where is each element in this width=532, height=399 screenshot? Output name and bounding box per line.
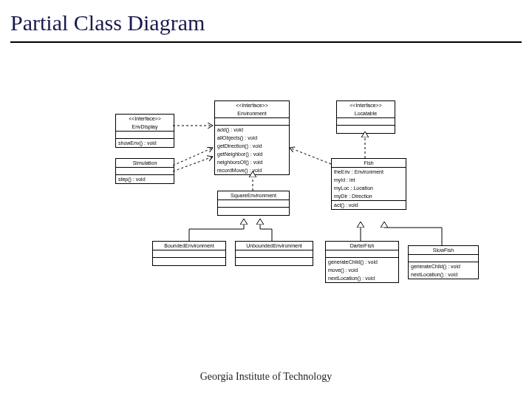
class-slow-fish: SlowFish generateChild() : void nextLoca… <box>408 245 479 279</box>
class-name: Environment <box>215 109 289 117</box>
attribute: myId : int <box>332 176 406 184</box>
operation: neighborsOf() : void <box>215 158 289 166</box>
operation: generateChild() : void <box>326 258 398 266</box>
operation: generateChild() : void <box>409 262 478 270</box>
class-environment: <<Interface>>Environment add() : void al… <box>214 100 290 175</box>
operation: move() : void <box>326 266 398 274</box>
class-name: SlowFish <box>409 246 478 254</box>
operation: recordMove() : void <box>215 166 289 174</box>
class-unbounded-environment: UnboundedEnvironment <box>235 241 313 266</box>
class-name: Simulation <box>116 159 174 167</box>
class-simulation: Simulation step() : void <box>115 158 174 184</box>
operation: allObjects() : void <box>215 134 289 142</box>
class-bounded-environment: BoundedEnvironment <box>152 241 226 266</box>
class-env-display: <<Interface>>EnvDisplay showEnv() : void <box>115 114 174 148</box>
svg-line-1 <box>173 148 213 166</box>
uml-diagram: <<Interface>>EnvDisplay showEnv() : void… <box>0 0 532 399</box>
attribute: myLoc : Location <box>332 184 406 192</box>
operation: nextLocation() : void <box>409 270 478 279</box>
class-square-environment: SquareEnvironment <box>217 191 290 216</box>
operation: nextLocation() : void <box>326 274 398 282</box>
stereotype: <<Interface>> <box>337 101 395 109</box>
class-locatable: <<Interface>>Locatable <box>336 100 395 134</box>
class-name: UnboundedEnvironment <box>236 242 313 250</box>
class-darter-fish: DarterFish generateChild() : void move()… <box>325 241 399 283</box>
svg-line-3 <box>290 148 331 164</box>
class-name: Locatable <box>337 109 395 117</box>
operation: act() : void <box>332 201 406 209</box>
operation: add() : void <box>215 126 289 134</box>
class-name: Fish <box>332 159 406 167</box>
class-name: BoundedEnvironment <box>153 242 225 250</box>
stereotype: <<Interface>> <box>116 115 174 123</box>
class-name: EnvDisplay <box>116 123 174 131</box>
svg-line-2 <box>173 157 213 171</box>
stereotype: <<Interface>> <box>215 101 289 109</box>
attribute: myDir : Direction <box>332 192 406 200</box>
operation: getNeighbor() : void <box>215 150 289 158</box>
class-name: SquareEnvironment <box>218 191 289 200</box>
attribute: theEnv : Environment <box>332 168 406 176</box>
operation: showEnv() : void <box>116 139 174 147</box>
class-fish: Fish theEnv : Environment myId : int myL… <box>331 158 406 210</box>
operation: step() : void <box>116 175 174 183</box>
operation: getDirection() : void <box>215 142 289 150</box>
class-name: DarterFish <box>326 242 398 250</box>
